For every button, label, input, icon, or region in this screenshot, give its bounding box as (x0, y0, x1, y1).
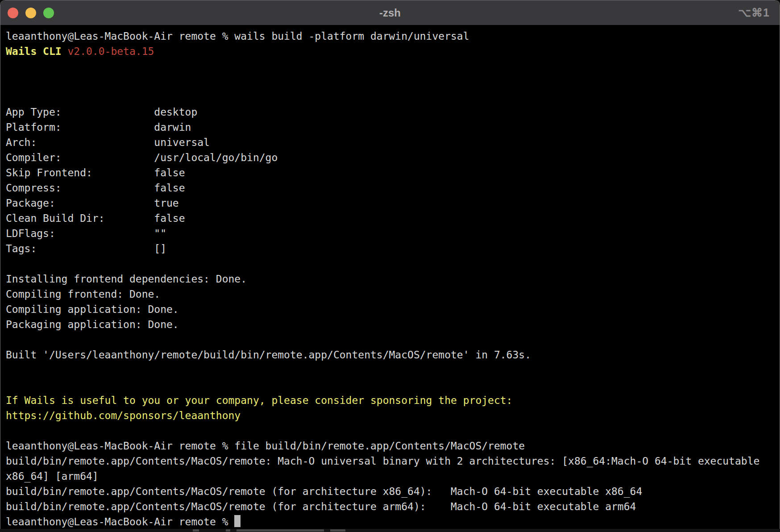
terminal-text: Compiler: /usr/local/go/bin/go (6, 152, 278, 163)
terminal-text: v2.0.0-beta.15 (67, 46, 154, 57)
minimize-button[interactable] (25, 8, 36, 18)
terminal-text: Compress: false (6, 182, 185, 194)
obscured-background-window (0, 529, 780, 532)
background-window-fragment (236, 529, 324, 532)
terminal-line: Arch: universal (6, 135, 780, 150)
terminal-output[interactable]: leaanthony@Leas-MacBook-Air remote % wai… (0, 25, 780, 529)
terminal-line: build/bin/remote.app/Contents/MacOS/remo… (6, 484, 780, 499)
terminal-text: Compiling frontend: Done. (6, 288, 160, 300)
terminal-line (6, 423, 780, 438)
background-window-fragment (330, 529, 345, 532)
terminal-line: Skip Frontend: false (6, 165, 780, 180)
titlebar[interactable]: -zsh ⌥⌘1 (0, 0, 780, 25)
terminal-line: Wails CLI v2.0.0-beta.15 (6, 44, 780, 59)
terminal-line: Compiling application: Done. (6, 302, 780, 317)
terminal-text: Skip Frontend: false (6, 167, 185, 179)
background-window-fragment (226, 529, 230, 532)
terminal-line (6, 89, 780, 104)
terminal-line: Tags: [] (6, 241, 780, 256)
window-shortcut-badge: ⌥⌘1 (738, 0, 770, 25)
zoom-button[interactable] (43, 8, 54, 18)
terminal-text: If Wails is useful to you or your compan… (6, 395, 512, 406)
terminal-text: Built '/Users/leaanthony/remote/build/bi… (6, 349, 531, 361)
text-cursor (234, 515, 241, 527)
terminal-line: Built '/Users/leaanthony/remote/build/bi… (6, 347, 780, 362)
terminal-line (6, 59, 780, 74)
terminal-text: App Type: desktop (6, 106, 197, 118)
close-button[interactable] (8, 8, 18, 18)
terminal-text: Tags: [] (6, 243, 166, 254)
terminal-line: Compiler: /usr/local/go/bin/go (6, 150, 780, 165)
terminal-line: Installing frontend dependencies: Done. (6, 271, 780, 287)
terminal-line: x86_64] [arm64] (6, 469, 780, 484)
terminal-line: App Type: desktop (6, 104, 780, 120)
terminal-text: Wails CLI (6, 46, 67, 57)
terminal-text: leaanthony@Leas-MacBook-Air remote % fil… (6, 440, 525, 452)
terminal-text: Packaging application: Done. (6, 319, 179, 330)
terminal-line: build/bin/remote.app/Contents/MacOS/remo… (6, 453, 780, 469)
terminal-line (6, 332, 780, 347)
terminal-text: build/bin/remote.app/Contents/MacOS/remo… (6, 486, 642, 497)
terminal-text: build/bin/remote.app/Contents/MacOS/remo… (6, 455, 759, 467)
terminal-text: LDFlags: "" (6, 228, 166, 239)
terminal-line: leaanthony@Leas-MacBook-Air remote % (6, 514, 780, 529)
terminal-text: Package: true (6, 197, 179, 209)
terminal-line: If Wails is useful to you or your compan… (6, 393, 780, 408)
terminal-line: LDFlags: "" (6, 226, 780, 241)
terminal-line: Packaging application: Done. (6, 317, 780, 332)
terminal-line (6, 378, 780, 393)
terminal-line (6, 256, 780, 271)
terminal-line: Clean Build Dir: false (6, 211, 780, 226)
terminal-window: -zsh ⌥⌘1 leaanthony@Leas-MacBook-Air rem… (0, 0, 780, 529)
terminal-text: leaanthony@Leas-MacBook-Air remote % wai… (6, 30, 469, 42)
terminal-line: Platform: darwin (6, 120, 780, 135)
terminal-text: Compiling application: Done. (6, 303, 179, 315)
terminal-text: Arch: universal (6, 137, 210, 148)
terminal-line (6, 362, 780, 378)
sponsor-url[interactable]: https://github.com/sponsors/leaanthony (6, 410, 241, 421)
terminal-text: Clean Build Dir: false (6, 212, 185, 224)
background-window-fragment (193, 529, 199, 532)
terminal-line: Compiling frontend: Done. (6, 287, 780, 302)
terminal-line: leaanthony@Leas-MacBook-Air remote % wai… (6, 29, 780, 44)
window-title: -zsh (0, 0, 780, 25)
terminal-text: Platform: darwin (6, 121, 191, 133)
terminal-line: leaanthony@Leas-MacBook-Air remote % fil… (6, 438, 780, 453)
terminal-line: https://github.com/sponsors/leaanthony (6, 408, 780, 423)
terminal-line: Compress: false (6, 180, 780, 195)
terminal-line (6, 74, 780, 89)
terminal-line: Package: true (6, 195, 780, 211)
terminal-text: build/bin/remote.app/Contents/MacOS/remo… (6, 501, 636, 512)
terminal-text: Installing frontend dependencies: Done. (6, 273, 247, 285)
traffic-lights (8, 0, 54, 25)
terminal-text: x86_64] [arm64] (6, 470, 99, 482)
terminal-text: leaanthony@Leas-MacBook-Air remote % (6, 516, 234, 528)
terminal-line: build/bin/remote.app/Contents/MacOS/remo… (6, 499, 780, 514)
